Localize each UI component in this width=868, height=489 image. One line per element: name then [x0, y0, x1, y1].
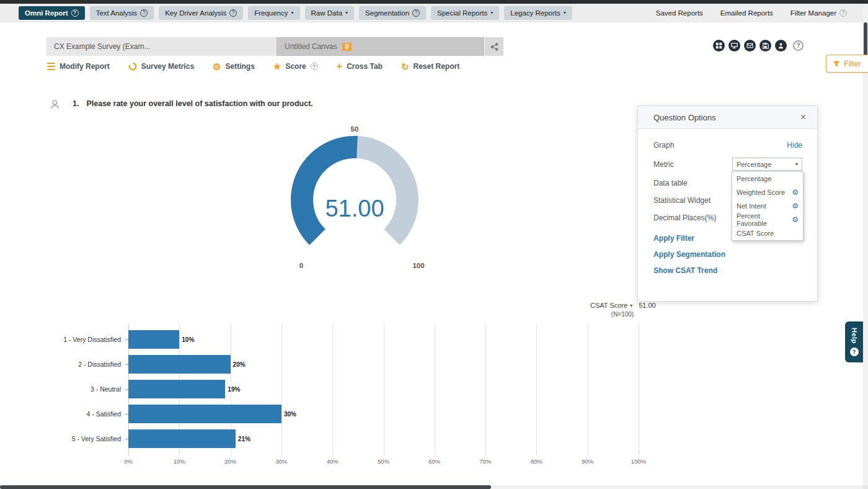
chevron-down-icon: ▾	[345, 10, 348, 16]
settings-button[interactable]: ⚙ Settings	[213, 62, 255, 71]
reset-report-button[interactable]: ↻ Reset Report	[401, 62, 459, 71]
metric-option-net-intent[interactable]: Net Intent ⚙	[732, 199, 803, 213]
nav-frequency[interactable]: Frequency ▾	[248, 6, 299, 20]
gridline	[435, 324, 435, 455]
tab-canvas[interactable]: Untitled Canvas 0	[277, 37, 484, 56]
show-csat-trend-link[interactable]: Show CSAT Trend	[653, 266, 802, 275]
data-table-row-label: Data table	[653, 179, 688, 187]
bar-value-label: 20%	[233, 361, 246, 368]
csat-metric-selector[interactable]: CSAT Score ▾ 51.00	[590, 302, 671, 309]
chevron-down-icon: ▾	[630, 303, 632, 308]
nav-label: Frequency	[254, 9, 288, 17]
nav-label: Special Reports	[437, 9, 487, 17]
metric-select[interactable]: Percentage ▾	[732, 158, 802, 171]
nav-key-driver-analysis[interactable]: Key Driver Analysis ?	[159, 6, 243, 20]
csat-score-widget: CSAT Score ▾ 51.00 (N=100)	[590, 302, 671, 318]
nav-special-reports[interactable]: Special Reports ▾	[431, 6, 499, 20]
bar-chart-category-axis: 1 - Very Dissatisfied2 - Dissatisfied3 -…	[48, 324, 125, 468]
bar[interactable]	[128, 355, 231, 374]
cross-tab-button[interactable]: + Cross Tab	[337, 61, 383, 71]
metric-option-percent-favorable[interactable]: Percent Favorable ⚙	[732, 213, 803, 227]
apps-grid-button[interactable]	[713, 40, 725, 52]
gauge-tick-max: 100	[410, 262, 427, 269]
nav-segmentation[interactable]: Segmentation ?	[359, 6, 426, 20]
nav-filter-manager[interactable]: Filter Manager?	[790, 9, 847, 17]
question-header: 1. Please rate your overall level of sat…	[50, 99, 313, 110]
filter-button[interactable]: Filter	[826, 55, 868, 73]
metric-option-weighted-score[interactable]: Weighted Score ⚙	[732, 186, 803, 199]
score-button[interactable]: ★ Score ?	[273, 62, 318, 71]
report-action-icons: ?	[713, 40, 804, 52]
vertical-scrollbar-thumb[interactable]	[864, 22, 867, 58]
graph-hide-link[interactable]: Hide	[787, 141, 802, 150]
metric-select-value: Percentage	[737, 161, 771, 168]
modify-report-button[interactable]: Modify Report	[47, 62, 110, 71]
option-label: Percentage	[737, 175, 771, 182]
gridline	[332, 324, 333, 455]
chevron-down-icon: ▾	[291, 10, 294, 16]
nav-omni-report[interactable]: Omni Report ?	[19, 6, 85, 20]
help-tab[interactable]: Help ?	[845, 321, 863, 362]
horizontal-scrollbar[interactable]	[0, 485, 863, 489]
panel-title: Question Options	[653, 113, 715, 122]
bar-value-label: 19%	[228, 386, 240, 393]
save-button[interactable]	[760, 40, 771, 52]
nav-label: Emailed Reports	[720, 9, 773, 17]
nav-emailed-reports[interactable]: Emailed Reports	[720, 9, 773, 17]
graph-row-label: Graph	[653, 141, 674, 150]
presentation-icon	[731, 42, 738, 49]
survey-metrics-button[interactable]: Survey Metrics	[128, 62, 194, 71]
gridline	[639, 324, 639, 455]
nav-raw-data[interactable]: Raw Data ▾	[305, 6, 355, 20]
statistical-widget-row-label: Statistical Widget	[653, 196, 711, 205]
bar[interactable]	[128, 405, 281, 423]
bar[interactable]	[128, 380, 225, 398]
canvas-count-badge: 0	[342, 43, 352, 51]
option-label: Percent Favorable	[737, 212, 792, 227]
sample-size-label: (N=100)	[590, 311, 655, 318]
csat-metric-value: 51.00	[639, 302, 656, 309]
tab-survey[interactable]: CX Example Survey (Exam...	[46, 37, 277, 56]
nav-label: Saved Reports	[656, 9, 703, 17]
filter-button-label: Filter	[844, 60, 861, 68]
horizontal-scrollbar-thumb[interactable]	[0, 485, 491, 489]
option-label: Net Intent	[737, 202, 766, 210]
share-nodes-icon	[490, 43, 498, 51]
gear-icon[interactable]: ⚙	[792, 216, 799, 223]
vertical-scrollbar[interactable]	[863, 4, 868, 485]
bar[interactable]	[128, 429, 236, 448]
help-circle-icon: ?	[850, 348, 859, 356]
nav-text-analysis[interactable]: Text Analysis ?	[90, 6, 154, 20]
nav-label: Filter Manager	[790, 9, 836, 17]
toolbar-label: Reset Report	[414, 62, 460, 71]
nav-saved-reports[interactable]: Saved Reports	[656, 9, 703, 17]
x-axis-tick-label: 100%	[625, 458, 652, 465]
nav-label: Key Driver Analysis	[165, 9, 226, 17]
export-user-button[interactable]	[775, 40, 787, 52]
tab-survey-label: CX Example Survey (Exam...	[54, 42, 150, 51]
gear-icon[interactable]: ⚙	[792, 202, 799, 210]
email-button[interactable]	[744, 40, 756, 52]
bar[interactable]	[128, 330, 179, 349]
bar-value-label: 21%	[238, 436, 250, 442]
bar-value-label: 10%	[182, 336, 194, 343]
close-icon[interactable]: ×	[800, 112, 806, 122]
metrics-ring-icon	[128, 62, 137, 71]
x-axis-tick-label: 0%	[115, 458, 142, 465]
canvas-share-button[interactable]	[485, 37, 503, 56]
csat-gauge-chart: 50 0 100 51.00	[273, 123, 436, 278]
metric-option-percentage[interactable]: Percentage	[732, 172, 803, 186]
respondent-icon	[50, 99, 60, 110]
presentation-button[interactable]	[728, 40, 740, 52]
help-badge-icon: ?	[839, 9, 847, 17]
bar-chart-plot-area: 0%10%20%30%40%50%60%70%80%90%100%10%20%1…	[128, 324, 639, 465]
nav-legacy-reports[interactable]: Legacy Reports ▾	[504, 6, 572, 20]
gear-icon[interactable]: ⚙	[792, 189, 799, 196]
metric-option-csat-score[interactable]: CSAT Score	[732, 227, 803, 240]
metric-row-label: Metric	[653, 160, 674, 169]
help-button[interactable]: ?	[793, 40, 804, 51]
apply-segmentation-link[interactable]: Apply Segmentation	[653, 250, 802, 259]
toolbar-label: Cross Tab	[347, 62, 383, 71]
x-axis-tick-label: 30%	[268, 458, 295, 465]
toolbar-label: Settings	[226, 62, 255, 71]
